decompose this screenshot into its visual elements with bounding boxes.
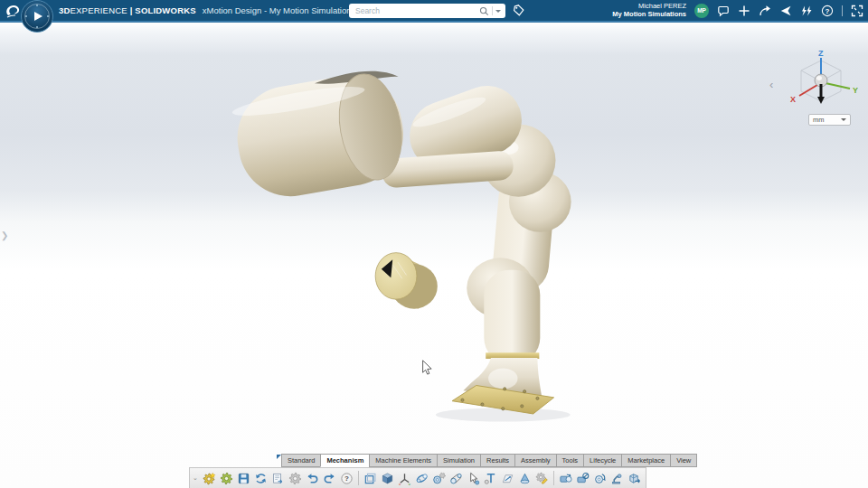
options-gear-icon <box>288 472 302 485</box>
tab-machine-elements[interactable]: Machine Elements <box>369 454 437 467</box>
robot-gold-band[interactable] <box>486 352 539 359</box>
share-forward-button[interactable] <box>759 5 771 17</box>
mechanism-loop-icon <box>415 472 429 485</box>
belt-coupling-button[interactable] <box>448 470 465 487</box>
orientation-viewcube[interactable]: Z X Y <box>778 47 861 116</box>
ribbon-tabs: StandardMechanismMachine ElementsSimulat… <box>277 455 697 467</box>
ball-joint-button[interactable] <box>430 470 448 487</box>
3dexperience-compass[interactable] <box>21 0 53 33</box>
tab-marketplace[interactable]: Marketplace <box>621 454 670 467</box>
options-gear-button[interactable] <box>287 470 304 487</box>
undo-button[interactable] <box>304 470 321 487</box>
anchor-joint-icon <box>484 472 497 485</box>
export-simulation-button[interactable] <box>626 470 643 487</box>
rotary-motor-icon <box>559 472 572 485</box>
import-export-button[interactable] <box>269 470 287 487</box>
cone-primitive-button[interactable] <box>516 470 533 487</box>
linear-motor-button[interactable] <box>574 470 591 487</box>
search-icon[interactable] <box>479 6 489 16</box>
robot-program-icon <box>610 472 624 485</box>
avatar[interactable]: MP <box>694 4 709 18</box>
search-divider <box>492 6 493 15</box>
plus-icon <box>738 5 750 17</box>
save-icon <box>237 472 250 485</box>
sketch-plane-icon <box>501 472 514 485</box>
robot-forearm[interactable] <box>484 270 540 363</box>
tab-lifecycle[interactable]: Lifecycle <box>583 454 621 467</box>
mechanism-loop-button[interactable] <box>413 470 430 487</box>
motor-controller-icon <box>593 472 607 485</box>
undo-icon <box>306 472 319 485</box>
tab-standard[interactable]: Standard <box>281 454 320 467</box>
search-scope-chevron-icon[interactable] <box>495 10 501 13</box>
reference-frame-button[interactable] <box>362 470 379 487</box>
add-button[interactable] <box>738 5 750 17</box>
user-block[interactable]: Michael PEREZ My Motion Simulations <box>612 3 686 18</box>
toolbar-separator <box>553 471 554 485</box>
application-window: 3DEXPERIENCE | SOLIDWORKS xMotion Design… <box>0 0 868 488</box>
help-icon: ? <box>340 472 354 485</box>
units-dropdown[interactable]: mm <box>808 114 851 126</box>
simulation-open-button[interactable] <box>218 470 235 487</box>
brand-3d: 3D <box>59 5 71 15</box>
svg-text:?: ? <box>344 474 349 483</box>
top-bar: 3DEXPERIENCE | SOLIDWORKS xMotion Design… <box>0 0 868 23</box>
viewport-3d[interactable]: ❯ ‹ Z X Y mm <box>0 23 868 488</box>
help-button[interactable]: ? <box>821 5 834 17</box>
search-input[interactable] <box>354 5 476 16</box>
select-joint-button[interactable] <box>465 470 482 487</box>
actions-button[interactable] <box>800 5 813 17</box>
brand-solidworks: SOLIDWORKS <box>135 5 195 15</box>
redo-button[interactable] <box>321 470 338 487</box>
chat-button[interactable] <box>717 5 730 17</box>
coordinate-system-button[interactable]: xy <box>396 470 413 487</box>
robot-arm-model[interactable] <box>229 65 571 414</box>
left-panel-expander-icon[interactable]: ❯ <box>1 230 8 240</box>
tab-mechanism[interactable]: Mechanism <box>320 454 369 467</box>
simulation-open-icon <box>220 472 233 485</box>
tag-icon <box>512 4 525 17</box>
save-button[interactable] <box>235 470 252 487</box>
tab-assembly[interactable]: Assembly <box>514 454 556 467</box>
global-search <box>349 4 505 18</box>
gear-connection-button[interactable] <box>533 470 551 487</box>
compass-icon <box>24 3 51 30</box>
share-button[interactable] <box>779 5 792 17</box>
robot-program-button[interactable] <box>609 470 626 487</box>
workpiece-cylinder[interactable] <box>375 253 438 309</box>
motor-controller-button[interactable] <box>591 470 609 487</box>
ball-joint-icon <box>432 472 446 485</box>
toolbar-collapse-icon[interactable]: ⌄ <box>193 474 198 482</box>
share-icon <box>779 5 792 17</box>
export-simulation-icon <box>627 472 641 485</box>
reference-frame-icon <box>363 472 377 485</box>
viewcube-icon: Z X Y <box>778 47 861 116</box>
app-title-text: xMotion Design - My Motion Simulations <box>203 5 355 15</box>
linear-motor-icon <box>576 472 590 485</box>
forward-arrow-icon <box>759 5 771 17</box>
anchor-joint-button[interactable] <box>482 470 499 487</box>
simulation-new-button[interactable] <box>201 470 218 487</box>
update-refresh-button[interactable] <box>252 470 269 487</box>
tab-simulation[interactable]: Simulation <box>437 454 480 467</box>
brand-divider: | <box>130 5 133 15</box>
belt-coupling-icon <box>449 472 463 485</box>
rotary-motor-button[interactable] <box>557 470 574 487</box>
app-title-menu[interactable]: xMotion Design - My Motion Simulations <box>203 5 364 15</box>
tab-results[interactable]: Results <box>480 454 514 467</box>
help-icon: ? <box>821 5 834 17</box>
fullscreen-button[interactable] <box>851 5 863 17</box>
toolbar-separator <box>358 471 359 485</box>
help-button[interactable]: ? <box>338 470 355 487</box>
rigid-group-button[interactable] <box>379 470 396 487</box>
rigid-group-icon <box>381 472 394 485</box>
top-bar-separator <box>842 5 843 16</box>
tab-view[interactable]: View <box>670 454 697 467</box>
units-caret-icon <box>841 118 846 121</box>
axis-y-label: Y <box>853 86 858 95</box>
chat-icon <box>717 5 730 17</box>
viewcube-collapse-icon[interactable]: ‹ <box>769 79 773 90</box>
tag-button[interactable] <box>512 4 525 17</box>
tab-tools[interactable]: Tools <box>556 454 584 467</box>
sketch-plane-button[interactable] <box>499 470 516 487</box>
